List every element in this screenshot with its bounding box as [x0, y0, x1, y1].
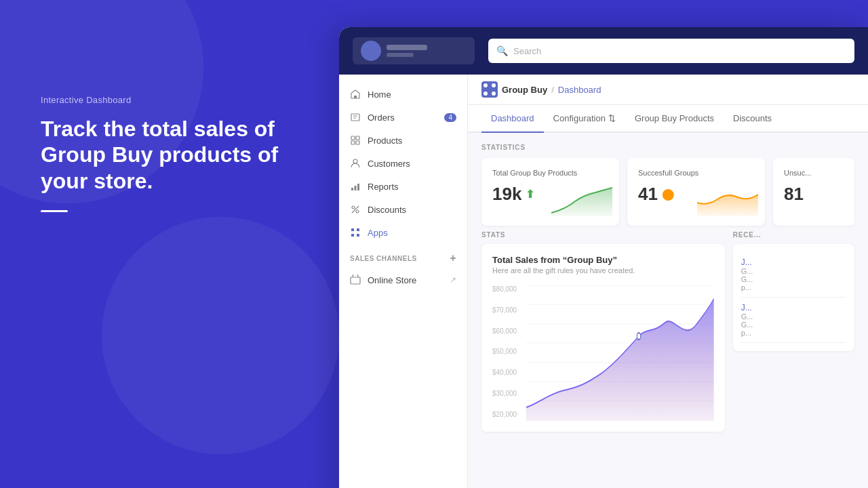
chart-subtitle: Here are all the gift rules you have cre…	[492, 266, 714, 274]
svg-point-8	[353, 159, 357, 163]
statistics-label: STATISTICS	[481, 144, 854, 151]
recent-item-1-name: J...	[741, 258, 846, 267]
left-divider	[41, 210, 68, 212]
svg-rect-16	[357, 228, 359, 231]
chart-title: Total Sales from “Group Buy”	[492, 255, 714, 265]
breadcrumb-page: Dashboard	[558, 85, 601, 95]
sales-channels-label: SALES CHANNELS	[350, 255, 417, 262]
bg-decoration-circle-2	[102, 217, 339, 454]
sidebar-item-apps[interactable]: Apps	[339, 221, 467, 244]
online-store-label: Online Store	[368, 275, 416, 285]
recent-item-1-detail1: G...	[741, 267, 846, 275]
y-label-50k: $50,000	[492, 348, 517, 355]
recent-item-2-detail2: G...	[741, 321, 846, 329]
discounts-icon	[350, 204, 361, 215]
sidebar: Home Orders 4	[339, 75, 468, 488]
stat-card-title-total: Total Group Buy Products	[492, 169, 608, 177]
left-title: Track the total sales of Group Buy produ…	[41, 116, 285, 194]
external-link-icon: ↗	[450, 275, 456, 285]
sidebar-label-products: Products	[368, 136, 402, 146]
config-dropdown-icon: ⇅	[608, 113, 616, 123]
top-bar: 🔍 Search	[339, 27, 868, 75]
sidebar-label-discounts: Discounts	[368, 205, 406, 215]
svg-rect-15	[351, 228, 354, 231]
svg-point-31	[637, 333, 641, 340]
svg-rect-9	[351, 188, 353, 190]
y-label-20k: $20,000	[492, 411, 517, 418]
svg-line-14	[352, 206, 359, 213]
recent-item-2-detail1: G...	[741, 312, 846, 321]
orders-icon	[350, 112, 361, 123]
stat-card-title-successful: Succesfull Groups	[638, 169, 754, 177]
svg-rect-7	[356, 141, 359, 144]
search-bar[interactable]: 🔍 Search	[488, 39, 854, 63]
chart-container: Total Sales from “Group Buy” Here are al…	[481, 244, 725, 432]
mini-chart-successful	[697, 182, 758, 219]
y-label-70k: $70,000	[492, 306, 517, 314]
stat-card-successful-groups: Succesfull Groups 41 ⬤	[627, 158, 765, 226]
svg-point-20	[484, 83, 488, 87]
breadcrumb-separator: /	[551, 85, 554, 95]
sidebar-item-customers[interactable]: Customers	[339, 152, 467, 175]
svg-rect-19	[351, 277, 360, 284]
tab-discounts[interactable]: Discounts	[724, 105, 781, 133]
sidebar-label-reports: Reports	[368, 182, 399, 192]
trend-up-icon: ⬆	[526, 188, 534, 201]
stat-card-unsuccessful: Unsuc... 81	[773, 158, 854, 226]
sidebar-item-discounts[interactable]: Discounts	[339, 198, 467, 221]
recent-item-1: J... G... G... p...	[741, 252, 846, 298]
statistics-section: STATISTICS Total Group Buy Products 19k …	[468, 133, 868, 231]
left-subtitle: Interactive Dashboard	[41, 95, 285, 105]
main-chart-area: STATS Total Sales from “Group Buy” Here …	[481, 231, 725, 432]
svg-rect-1	[351, 114, 359, 121]
stats-label: STATS	[481, 231, 725, 239]
svg-chart	[526, 285, 714, 421]
breadcrumb: Group Buy / Dashboard	[468, 75, 868, 105]
home-icon	[350, 89, 361, 100]
y-label-60k: $60,000	[492, 327, 517, 335]
apps-icon	[350, 227, 361, 238]
mini-chart-total	[551, 182, 612, 219]
svg-point-12	[352, 206, 355, 209]
right-content: Group Buy / Dashboard Dashboard Configur…	[468, 75, 868, 488]
tab-group-buy-products[interactable]: Group Buy Products	[625, 105, 724, 133]
recent-label: RECE...	[733, 231, 854, 239]
orders-badge: 4	[444, 113, 456, 122]
stat-card-value-unsuccessful: 81	[784, 184, 844, 205]
sidebar-label-home: Home	[368, 89, 391, 100]
tab-configuration[interactable]: Configuration ⇅	[544, 105, 625, 133]
svg-point-23	[492, 92, 496, 96]
search-input-placeholder: Search	[513, 46, 541, 56]
sidebar-label-customers: Customers	[368, 159, 410, 169]
reports-icon	[350, 181, 361, 192]
svg-point-21	[492, 83, 496, 87]
sidebar-item-reports[interactable]: Reports	[339, 175, 467, 198]
lower-section: STATS Total Sales from “Group Buy” Here …	[468, 231, 868, 432]
recent-item-2-name: J...	[741, 303, 846, 312]
laptop-panel: 🔍 Search Home	[339, 27, 868, 488]
recent-item-1-detail3: p...	[741, 283, 846, 291]
tab-dashboard[interactable]: Dashboard	[481, 105, 544, 133]
stat-card-title-unsuccessful: Unsuc...	[784, 169, 844, 177]
svg-rect-11	[357, 184, 359, 190]
svg-rect-18	[357, 234, 359, 237]
sidebar-item-products[interactable]: Products	[339, 129, 467, 152]
svg-rect-0	[354, 96, 357, 98]
sidebar-item-orders[interactable]: Orders 4	[339, 106, 467, 129]
app-icon	[481, 81, 498, 98]
left-background: Interactive Dashboard Track the total sa…	[0, 0, 346, 488]
recent-panel-area: RECE... J... G... G... p... J... G... G.…	[733, 231, 854, 432]
svg-rect-5	[356, 136, 359, 140]
recent-item-1-detail2: G...	[741, 275, 846, 283]
sidebar-item-home[interactable]: Home	[339, 83, 467, 106]
tabs-bar: Dashboard Configuration ⇅ Group Buy Prod…	[468, 105, 868, 133]
svg-rect-17	[351, 234, 354, 237]
products-icon	[350, 135, 361, 146]
sidebar-item-online-store[interactable]: Online Store ↗	[339, 268, 467, 291]
svg-point-13	[356, 210, 359, 213]
add-channel-button[interactable]: +	[450, 252, 456, 264]
svg-rect-6	[351, 141, 355, 144]
svg-rect-4	[351, 136, 355, 140]
sidebar-label-orders: Orders	[368, 113, 395, 123]
online-store-icon	[350, 274, 361, 285]
